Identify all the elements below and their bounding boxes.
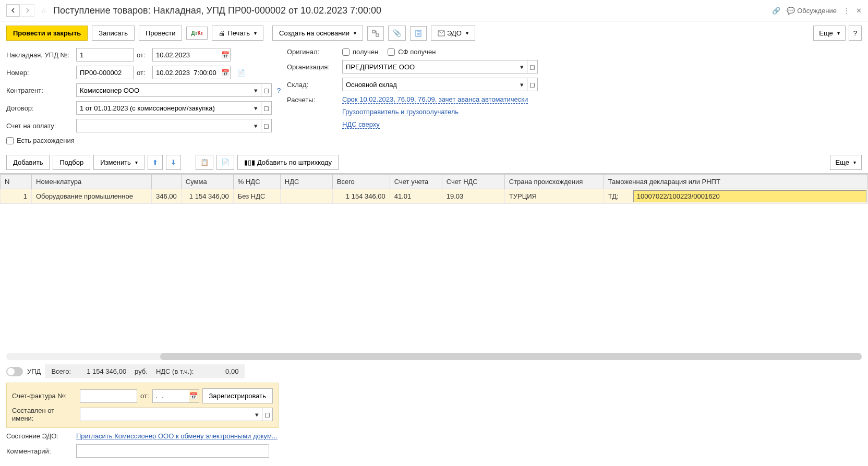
change-button[interactable]: Изменить ▾ xyxy=(93,155,144,170)
sf-received-checkbox-wrap[interactable]: СФ получен xyxy=(388,48,436,56)
dtkt-button[interactable]: ДтКт xyxy=(186,27,208,40)
table-row[interactable]: 1 Оборудование промышленное 346,00 1 154… xyxy=(1,189,868,204)
edo-button[interactable]: ЭДО ▾ xyxy=(431,26,475,41)
more-menu-icon[interactable]: ⋮ xyxy=(843,7,850,15)
col-total[interactable]: Всего xyxy=(332,175,390,189)
cell-country[interactable]: ТУРЦИЯ xyxy=(504,189,604,204)
open-button[interactable]: ◻ xyxy=(261,83,272,97)
settlements-link[interactable]: Срок 10.02.2023, 76.09, 76.09, зачет ава… xyxy=(342,95,528,104)
refresh-icon[interactable]: 📄 xyxy=(237,69,245,77)
nav-forward-button[interactable] xyxy=(21,4,34,17)
scrollbar-thumb[interactable] xyxy=(160,353,862,360)
cell-nomenclature[interactable]: Оборудование промышленное xyxy=(32,189,152,204)
sf-received-label: СФ получен xyxy=(398,48,436,56)
cell-n[interactable]: 1 xyxy=(1,189,32,204)
open-button[interactable]: ◻ xyxy=(527,60,538,73)
discussion-button[interactable]: 💬 Обсуждение xyxy=(787,7,837,15)
open-button[interactable]: ◻ xyxy=(261,119,272,132)
paste-button[interactable]: 📄 xyxy=(216,155,234,170)
cell-qty[interactable]: 346,00 xyxy=(152,189,182,204)
more-button[interactable]: Еще ▾ xyxy=(813,26,845,41)
warehouse-input[interactable] xyxy=(342,78,517,91)
number-input[interactable] xyxy=(76,66,134,79)
calendar-icon[interactable]: 📅 xyxy=(220,48,231,62)
select-items-button[interactable]: Подбор xyxy=(53,155,90,170)
col-n[interactable]: N xyxy=(1,175,32,189)
dropdown-button[interactable]: ▾ xyxy=(517,78,527,91)
calendar-icon[interactable]: 📅 xyxy=(189,389,199,403)
open-button[interactable]: ◻ xyxy=(527,78,538,91)
cell-customs[interactable]: 10007022/100223/0001620 xyxy=(633,190,866,202)
table-more-button[interactable]: Еще ▾ xyxy=(830,155,862,170)
col-vat-pct[interactable]: % НДС xyxy=(233,175,280,189)
vat-link[interactable]: НДС сверху xyxy=(342,120,380,129)
report-button[interactable] xyxy=(410,26,427,41)
related-docs-button[interactable] xyxy=(367,26,384,41)
issued-by-input[interactable] xyxy=(80,408,252,421)
discrepancies-checkbox-wrap[interactable]: Есть расхождения xyxy=(6,137,75,144)
payment-invoice-input[interactable] xyxy=(76,119,251,132)
help-icon[interactable]: ? xyxy=(277,87,281,94)
organization-input[interactable] xyxy=(342,60,517,73)
create-based-on-button[interactable]: Создать на основании ▾ xyxy=(272,26,363,41)
col-sum[interactable]: Сумма xyxy=(181,175,233,189)
col-country[interactable]: Страна происхождения xyxy=(504,175,604,189)
dropdown-button[interactable]: ▾ xyxy=(251,119,261,132)
cell-vat-account[interactable]: 19.03 xyxy=(442,189,504,204)
horizontal-scrollbar[interactable] xyxy=(6,353,862,360)
upd-toggle[interactable] xyxy=(6,367,23,376)
move-down-button[interactable]: ⬇ xyxy=(166,155,181,170)
counterparty-input[interactable] xyxy=(76,83,251,97)
chevron-down-icon: ▾ xyxy=(135,160,138,165)
cell-customs-wrap[interactable]: ТД: 10007022/100223/0001620 xyxy=(604,189,867,204)
print-button[interactable]: 🖨 Печать ▾ xyxy=(212,26,263,41)
cell-sum[interactable]: 1 154 346,00 xyxy=(181,189,233,204)
close-icon[interactable]: ✕ xyxy=(856,7,862,15)
post-and-close-button[interactable]: Провести и закрыть xyxy=(6,26,88,41)
add-by-barcode-button[interactable]: ▮▯▮ Добавить по штрихкоду xyxy=(237,155,339,170)
shipper-link[interactable]: Грузоотправитель и грузополучатель xyxy=(342,108,459,116)
attachment-button[interactable]: 📎 xyxy=(388,26,406,41)
nav-back-button[interactable] xyxy=(6,4,20,17)
col-nomenclature[interactable]: Номенклатура xyxy=(32,175,152,189)
edo-state-link[interactable]: Пригласить Комиссионер ООО к обмену элек… xyxy=(76,432,278,440)
favorite-star-icon[interactable]: ☆ xyxy=(41,7,47,15)
number-date-input[interactable] xyxy=(152,66,220,79)
invoice-num-input[interactable] xyxy=(76,48,134,62)
dropdown-button[interactable]: ▾ xyxy=(251,83,261,97)
comment-input[interactable] xyxy=(76,444,269,458)
received-checkbox[interactable] xyxy=(342,48,349,56)
cell-total[interactable]: 1 154 346,00 xyxy=(332,189,390,204)
dropdown-button[interactable]: ▾ xyxy=(251,101,261,115)
col-vat-account[interactable]: Счет НДС xyxy=(442,175,504,189)
help-button[interactable]: ? xyxy=(849,26,862,41)
received-checkbox-wrap[interactable]: получен xyxy=(342,48,378,56)
cell-vat[interactable] xyxy=(280,189,332,204)
add-row-button[interactable]: Добавить xyxy=(6,155,50,170)
discrepancies-checkbox[interactable] xyxy=(6,137,14,144)
col-account[interactable]: Счет учета xyxy=(390,175,442,189)
sf-received-checkbox[interactable] xyxy=(388,48,395,56)
move-up-button[interactable]: ⬆ xyxy=(148,155,163,170)
save-button[interactable]: Записать xyxy=(92,26,135,41)
open-button[interactable]: ◻ xyxy=(262,408,273,421)
post-button[interactable]: Провести xyxy=(139,26,183,41)
totals-label: Всего: xyxy=(51,367,71,375)
register-button[interactable]: Зарегистрировать xyxy=(202,388,273,403)
col-qty[interactable] xyxy=(152,175,182,189)
calendar-icon[interactable]: 📅 xyxy=(220,66,231,79)
cell-vat-pct[interactable]: Без НДС xyxy=(233,189,280,204)
invoice-sf-num-input[interactable] xyxy=(80,389,137,403)
dropdown-button[interactable]: ▾ xyxy=(252,408,262,421)
cell-account[interactable]: 41.01 xyxy=(390,189,442,204)
invoice-date-input[interactable] xyxy=(152,48,220,62)
open-button[interactable]: ◻ xyxy=(261,101,272,115)
col-vat[interactable]: НДС xyxy=(280,175,332,189)
invoice-sf-from: от: xyxy=(140,392,149,400)
contract-input[interactable] xyxy=(76,101,251,115)
invoice-sf-date-input[interactable] xyxy=(152,389,189,403)
col-customs[interactable]: Таможенная декларация или РНПТ xyxy=(604,175,867,189)
copy-button[interactable]: 📋 xyxy=(196,155,213,170)
dropdown-button[interactable]: ▾ xyxy=(517,60,527,73)
link-icon[interactable]: 🔗 xyxy=(772,7,780,15)
